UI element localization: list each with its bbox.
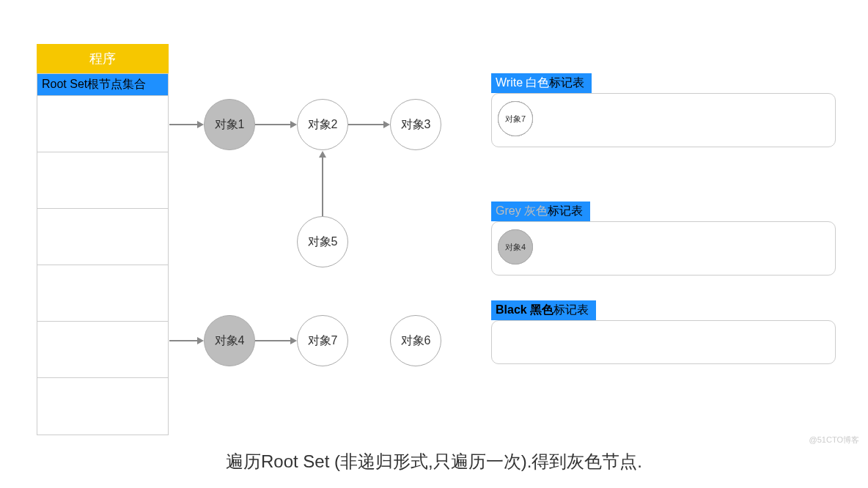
black-table-header: Black 黑色标记表: [491, 300, 596, 320]
grey-table-header: Grey 灰色标记表: [491, 202, 590, 221]
node-obj3: 对象3: [390, 99, 441, 150]
edge-obj2-obj3: [348, 124, 385, 125]
root-set-row: [37, 96, 168, 152]
root-set-row: [37, 209, 168, 265]
grey-table: Grey 灰色标记表 对象1 对象4: [491, 202, 836, 276]
root-set-table: Root Set根节点集合: [37, 73, 169, 435]
white-table: Write 白色标记表 对象2 对象3 对象5 对象6 对象7: [491, 73, 836, 147]
node-obj4: 对象4: [204, 315, 255, 366]
black-table-prefix: Black 黑色: [496, 303, 553, 316]
grey-table-body: 对象1 对象4: [491, 221, 836, 276]
arrow-head-icon: [383, 121, 390, 128]
gc-tricolor-diagram: 程序 Root Set根节点集合 对象1 对象2 对象3 对象5 对象4 对象7…: [0, 0, 868, 488]
white-table-header: Write 白色标记表: [491, 73, 592, 93]
diagram-caption: 遍历Root Set (非递归形式,只遍历一次).得到灰色节点.: [0, 450, 868, 473]
node-obj1: 对象1: [204, 99, 255, 150]
arrow-head-icon: [290, 337, 297, 344]
white-table-body: 对象2 对象3 对象5 对象6 对象7: [491, 93, 836, 147]
watermark: @51CTO博客: [809, 435, 859, 446]
root-set-header: Root Set根节点集合: [37, 74, 168, 96]
black-table-body: [491, 320, 836, 364]
edge-obj1-obj2: [255, 124, 292, 125]
edge-root-obj4: [169, 340, 199, 341]
edge-obj4-obj7: [255, 340, 292, 341]
white-item: 对象7: [498, 101, 533, 136]
node-obj6: 对象6: [390, 315, 441, 366]
node-obj2: 对象2: [297, 99, 348, 150]
node-obj7: 对象7: [297, 315, 348, 366]
white-table-suffix: 标记表: [549, 76, 584, 89]
edge-obj5-obj2: [322, 157, 323, 216]
grey-table-suffix: 标记表: [548, 204, 583, 217]
arrow-head-icon: [290, 121, 297, 128]
root-set-row: [37, 378, 168, 435]
edge-root-obj1: [169, 124, 199, 125]
root-set-row: [37, 322, 168, 378]
black-table: Black 黑色标记表: [491, 300, 836, 364]
black-table-suffix: 标记表: [553, 303, 589, 316]
program-title: 程序: [37, 44, 169, 73]
grey-item: 对象4: [498, 229, 533, 265]
arrow-head-icon: [319, 151, 326, 158]
node-obj5: 对象5: [297, 216, 348, 267]
arrow-head-icon: [197, 337, 204, 344]
root-set-row: [37, 265, 168, 322]
root-set-row: [37, 152, 168, 209]
grey-table-prefix: Grey 灰色: [496, 204, 548, 217]
white-table-prefix: Write 白色: [496, 76, 549, 89]
arrow-head-icon: [197, 121, 204, 128]
